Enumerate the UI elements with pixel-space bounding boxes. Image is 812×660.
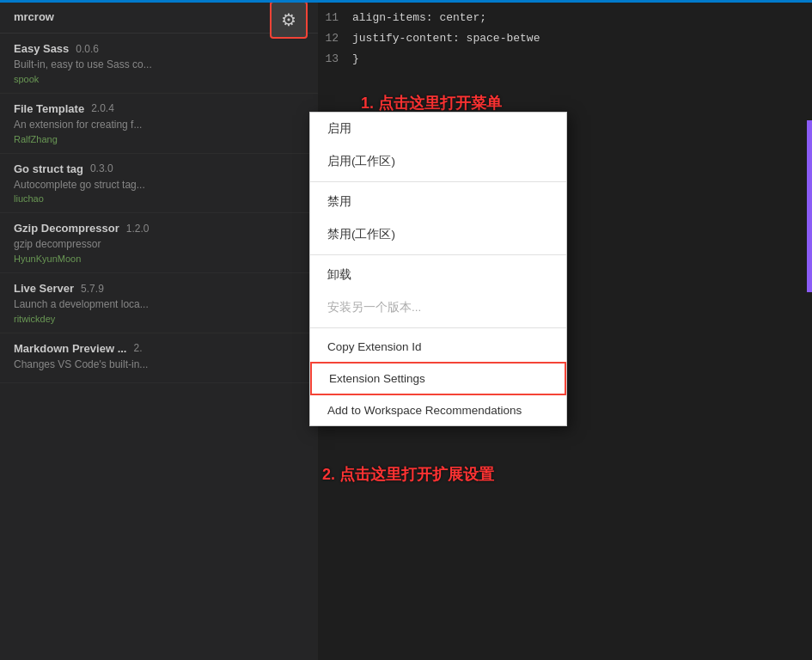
ext-desc: An extension for creating f... <box>14 118 289 132</box>
ext-item-header: File Template 2.0.4 <box>14 102 304 115</box>
ext-name: Easy Sass <box>14 42 69 55</box>
menu-item-enable[interactable]: 启用 <box>310 113 566 145</box>
ext-version: 0.0.6 <box>76 43 99 55</box>
ext-version: 5.7.9 <box>81 283 104 295</box>
ext-desc: gzip decompressor <box>14 237 289 252</box>
list-item[interactable]: Easy Sass 0.0.6 Built-in, easy to use Sa… <box>0 34 318 94</box>
line-content: } <box>352 52 359 65</box>
line-number: 13 <box>318 52 352 65</box>
menu-item-disable[interactable]: 禁用 <box>310 186 566 218</box>
ext-name: mrcrow <box>14 10 54 23</box>
ext-version: 1.2.0 <box>126 223 150 235</box>
ext-version: 2.0.4 <box>91 102 114 114</box>
ext-name: Gzip Decompressor <box>14 222 119 235</box>
ext-item-header: Easy Sass 0.0.6 <box>14 42 304 55</box>
ext-desc: Changes VS Code's built-in... <box>14 358 289 372</box>
ext-desc: Built-in, easy to use Sass co... <box>14 58 289 72</box>
list-item[interactable]: Markdown Preview ... 2. Changes VS Code'… <box>0 333 318 383</box>
ext-item-header: Markdown Preview ... 2. <box>14 342 304 355</box>
top-border <box>0 0 812 3</box>
ext-name: Go struct tag <box>14 162 83 175</box>
menu-divider <box>310 181 566 182</box>
line-content: align-items: center; <box>352 11 486 24</box>
context-menu: 启用启用(工作区)禁用禁用(工作区)卸载安装另一个版本...Copy Exten… <box>309 112 567 426</box>
menu-item-enable-workspace[interactable]: 启用(工作区) <box>310 145 566 178</box>
ext-desc: Autocomplete go struct tag... <box>14 178 289 192</box>
menu-item-install-other[interactable]: 安装另一个版本... <box>310 291 566 324</box>
ext-item-header: Gzip Decompressor 1.2.0 <box>14 222 304 235</box>
line-number: 12 <box>318 32 352 45</box>
code-line: 12 justify-content: space-betwe <box>318 28 812 48</box>
scrollbar-accent <box>807 120 812 292</box>
menu-divider <box>310 327 566 328</box>
menu-item-add-workspace[interactable]: Add to Workspace Recommendations <box>310 395 566 425</box>
extensions-list: Easy Sass 0.0.6 Built-in, easy to use Sa… <box>0 34 318 383</box>
list-item[interactable]: File Template 2.0.4 An extension for cre… <box>0 94 318 154</box>
code-line: 11 align-items: center; <box>318 7 812 28</box>
menu-divider <box>310 254 566 255</box>
ext-desc: Launch a development loca... <box>14 297 289 312</box>
ext-author: liuchao <box>14 193 304 204</box>
code-lines: 11 align-items: center; 12 justify-conte… <box>318 7 812 69</box>
ext-version: 2. <box>134 342 143 354</box>
list-item[interactable]: Live Server 5.7.9 Launch a development l… <box>0 273 318 333</box>
ext-name: Markdown Preview ... <box>14 342 127 355</box>
menu-item-extension-settings[interactable]: Extension Settings <box>310 362 566 395</box>
menu-item-copy-id[interactable]: Copy Extension Id <box>310 332 566 362</box>
ext-name: File Template <box>14 102 84 115</box>
ext-author: spook <box>14 74 304 84</box>
menu-item-uninstall[interactable]: 卸载 <box>310 259 566 291</box>
ext-author: ritwickdey <box>14 314 304 324</box>
ext-version: 0.3.0 <box>90 162 113 174</box>
ext-name: Live Server <box>14 282 74 295</box>
extensions-sidebar: mrcrow ⚙ Easy Sass 0.0.6 Built-in, easy … <box>0 0 318 660</box>
list-item[interactable]: mrcrow ⚙ <box>0 7 318 34</box>
list-item[interactable]: Go struct tag 0.3.0 Autocomplete go stru… <box>0 154 318 214</box>
list-item[interactable]: Gzip Decompressor 1.2.0 gzip decompresso… <box>0 213 318 273</box>
menu-item-disable-workspace[interactable]: 禁用(工作区) <box>310 218 566 251</box>
ext-item-header: Live Server 5.7.9 <box>14 282 304 295</box>
step-annotation-1: 1. 点击这里打开菜单 <box>361 93 502 113</box>
line-number: 11 <box>318 11 352 24</box>
code-line: 13 } <box>318 48 812 69</box>
ext-author: RalfZhang <box>14 134 304 144</box>
step-annotation-2: 2. 点击这里打开扩展设置 <box>322 464 494 485</box>
ext-author: HyunKyunMoon <box>14 254 304 264</box>
ext-item-header: Go struct tag 0.3.0 <box>14 162 304 175</box>
line-content: justify-content: space-betwe <box>352 32 540 45</box>
